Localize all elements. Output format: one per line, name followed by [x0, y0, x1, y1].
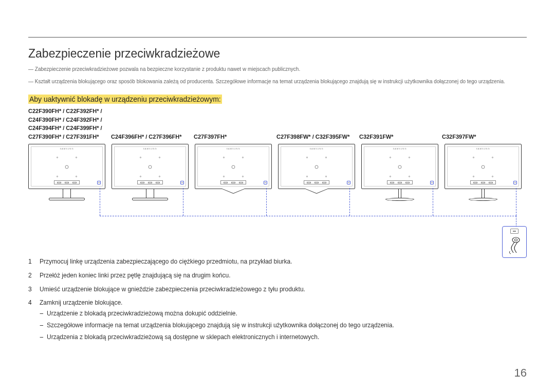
callout-line: [266, 188, 267, 216]
svg-point-1: [514, 239, 517, 241]
lock-slot-icon: [430, 181, 434, 184]
monitor-5: SAMSUNG: [361, 144, 438, 201]
step-3: 3Umieść urządzenie blokujące w gnieździe…: [28, 285, 527, 294]
monitor-diagrams: SAMSUNG SAMSUNG SAMSUNG: [28, 144, 527, 201]
model-label-5: C32F391FW*: [359, 108, 442, 141]
instruction-steps: 1Przymocuj linkę urządzenia zabezpieczaj…: [28, 257, 527, 345]
lock-slot-icon: [513, 181, 517, 184]
monitor-1: SAMSUNG: [28, 144, 105, 201]
bullet-3: Urządzenia z blokadą przeciwkradzieżową …: [40, 333, 527, 342]
svg-point-0: [512, 237, 520, 242]
horizontal-rule: [28, 37, 527, 38]
step-4: 4 Zamknij urządzenie blokujące. Urządzen…: [28, 298, 527, 344]
step-1: 1Przymocuj linkę urządzenia zabezpieczaj…: [28, 257, 527, 266]
note-2: Kształt urządzenia blokującego oraz spos…: [28, 78, 527, 85]
model-label-3: C27F397FH*: [194, 108, 276, 141]
model-label-6: C32F397FW*: [442, 108, 525, 141]
sub-title: Aby uaktywnić blokadę w urządzeniu przec…: [28, 95, 222, 104]
lock-detail-box: [502, 226, 527, 258]
lock-slot-icon: [180, 181, 184, 184]
step-4-text: Zamknij urządzenie blokujące.: [40, 299, 122, 306]
lock-slot-closeup-icon: [510, 229, 519, 234]
callout-line: [433, 188, 433, 216]
callout-line: [183, 188, 183, 216]
monitor-4: SAMSUNG: [278, 144, 355, 201]
callout-line: [516, 188, 516, 216]
model-label-1: C22F390FH* / C22F392FH* /C24F390FH* / C2…: [28, 108, 111, 141]
callout-line: [100, 188, 100, 216]
model-label-4: C27F398FW* / C32F395FW*: [276, 108, 359, 141]
section-title: Zabezpieczenie przeciwkradzieżowe: [28, 47, 527, 61]
step-2: 2Przełóż jeden koniec linki przez pętlę …: [28, 271, 527, 280]
sub-bullets: Urządzenie z blokadą przeciwkradzieżową …: [40, 309, 527, 341]
bullet-1: Urządzenie z blokadą przeciwkradzieżową …: [40, 309, 527, 318]
callout-hline: [100, 216, 516, 216]
monitor-3: SAMSUNG: [195, 144, 272, 201]
callout-line: [349, 188, 350, 216]
callout-line: [516, 216, 516, 227]
brand-text: SAMSUNG: [60, 147, 73, 150]
model-labels-row: C22F390FH* / C22F392FH* /C24F390FH* / C2…: [28, 108, 527, 141]
note-1: Zabezpieczenie przeciwkradzieżowe pozwal…: [28, 66, 527, 73]
monitor-2: SAMSUNG: [112, 144, 189, 201]
monitor-6: SAMSUNG: [445, 144, 522, 201]
lock-slot-icon: [264, 181, 267, 184]
lock-slot-icon: [97, 181, 101, 184]
lock-slot-icon: [347, 181, 350, 184]
bullet-2: Szczegółowe informacje na temat urządzen…: [40, 321, 527, 330]
lock-cable-icon: [507, 236, 522, 254]
page-number: 16: [514, 366, 527, 380]
model-label-2: C24F396FH* / C27F396FH*: [111, 108, 194, 141]
